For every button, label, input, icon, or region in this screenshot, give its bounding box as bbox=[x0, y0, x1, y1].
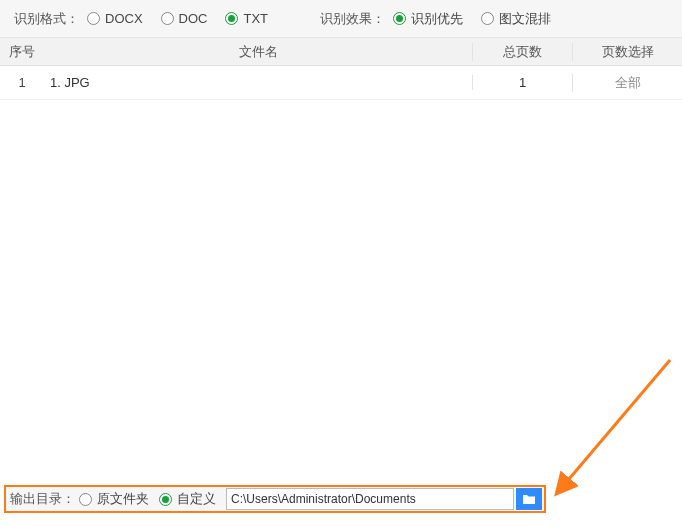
col-header-seq: 序号 bbox=[0, 43, 44, 61]
radio-format-doc[interactable]: DOC bbox=[161, 11, 208, 26]
format-label: 识别格式： bbox=[14, 10, 79, 28]
output-label: 输出目录： bbox=[10, 490, 75, 508]
radio-output-source-folder[interactable]: 原文件夹 bbox=[79, 490, 149, 508]
table-body: 1 1. JPG 1 全部 bbox=[0, 66, 682, 466]
col-header-file: 文件名 bbox=[44, 43, 472, 61]
cell-page-select[interactable]: 全部 bbox=[572, 74, 682, 92]
radio-format-docx[interactable]: DOCX bbox=[87, 11, 143, 26]
radio-label: 图文混排 bbox=[499, 10, 551, 28]
table-row[interactable]: 1 1. JPG 1 全部 bbox=[0, 66, 682, 100]
cell-pages: 1 bbox=[472, 75, 572, 90]
radio-format-txt[interactable]: TXT bbox=[225, 11, 268, 26]
radio-label: 识别优先 bbox=[411, 10, 463, 28]
table-header: 序号 文件名 总页数 页数选择 bbox=[0, 38, 682, 66]
output-path-input[interactable] bbox=[226, 488, 514, 510]
radio-effect-mixed[interactable]: 图文混排 bbox=[481, 10, 551, 28]
cell-file: 1. JPG bbox=[44, 75, 472, 90]
folder-icon bbox=[522, 493, 536, 505]
browse-folder-button[interactable] bbox=[516, 488, 542, 510]
radio-effect-recognition-first[interactable]: 识别优先 bbox=[393, 10, 463, 28]
radio-label: DOC bbox=[179, 11, 208, 26]
radio-label: 自定义 bbox=[177, 490, 216, 508]
radio-label: DOCX bbox=[105, 11, 143, 26]
col-header-pages: 总页数 bbox=[472, 43, 572, 61]
options-bar: 识别格式： DOCX DOC TXT 识别效果： 识别优先 图文混排 bbox=[0, 0, 682, 38]
radio-output-custom[interactable]: 自定义 bbox=[159, 490, 216, 508]
radio-label: 原文件夹 bbox=[97, 490, 149, 508]
col-header-select: 页数选择 bbox=[572, 43, 682, 61]
output-bar: 输出目录： 原文件夹 自定义 bbox=[4, 485, 546, 513]
radio-label: TXT bbox=[243, 11, 268, 26]
effect-label: 识别效果： bbox=[320, 10, 385, 28]
cell-seq: 1 bbox=[0, 75, 44, 90]
